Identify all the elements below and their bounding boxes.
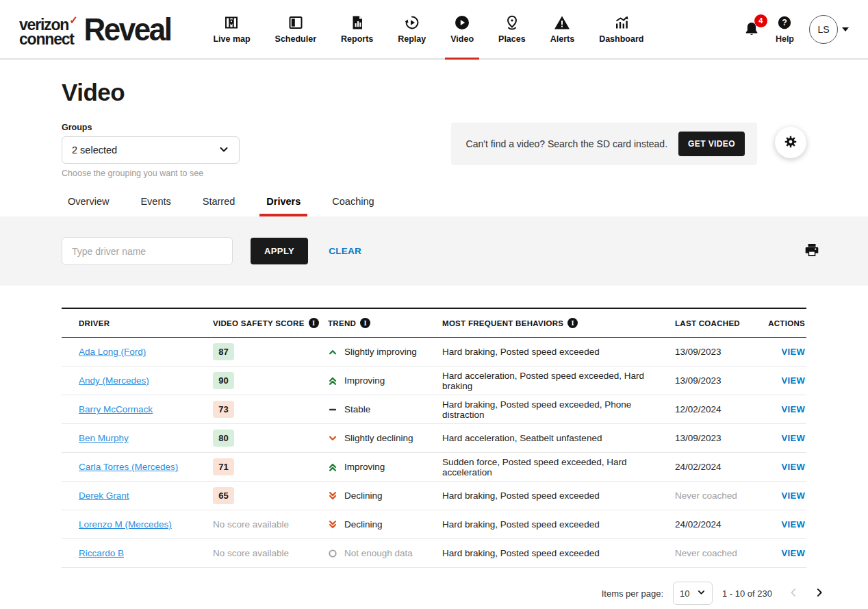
nav-item-label: Reports [341, 34, 373, 44]
driver-link[interactable]: Barry McCormack [79, 404, 153, 414]
previous-page-button[interactable] [787, 586, 800, 601]
nav-item-label: Replay [398, 34, 426, 44]
scheduler-icon [288, 14, 304, 31]
table-row: Riccardo BNo score availableNot enough d… [62, 539, 806, 568]
print-button[interactable] [801, 239, 823, 263]
nav-item-live-map[interactable]: Live map [201, 0, 262, 58]
view-link[interactable]: VIEW [782, 548, 805, 558]
column-header-last-coached: LAST COACHED [675, 319, 764, 327]
cell-video-safety-score: 71 [213, 458, 328, 475]
cell-actions: VIEW [764, 375, 806, 386]
nav-item-label: Alerts [550, 34, 574, 44]
trend-label: Improving [344, 375, 385, 386]
trend-label: Declining [344, 490, 383, 501]
items-per-page-select[interactable]: 10 [673, 582, 713, 605]
primary-nav: Live mapSchedulerReportsReplayVideoPlace… [201, 0, 656, 58]
nav-item-alerts[interactable]: Alerts [538, 0, 587, 58]
cell-behaviors: Hard braking, Posted speed exceeded [442, 548, 675, 558]
view-link[interactable]: VIEW [782, 519, 805, 530]
table-row: Ada Long (Ford)87Slightly improvingHard … [62, 338, 806, 366]
nav-item-scheduler[interactable]: Scheduler [263, 0, 329, 58]
nav-item-dashboard[interactable]: Dashboard [587, 0, 656, 58]
cell-actions: VIEW [764, 490, 806, 501]
view-link[interactable]: VIEW [782, 375, 805, 386]
items-per-page-label: Items per page: [602, 588, 663, 599]
cell-driver: Andy (Mercedes) [79, 375, 213, 386]
cell-driver: Carla Torres (Mercedes) [79, 462, 213, 472]
apply-button[interactable]: APPLY [251, 238, 308, 264]
info-icon[interactable]: i [360, 318, 370, 328]
column-header-label: DRIVER [79, 319, 110, 327]
get-video-button[interactable]: GET VIDEO [678, 132, 745, 156]
cell-behaviors: Sudden force, Posted speed exceeded, Har… [442, 457, 675, 477]
cell-driver: Ada Long (Ford) [79, 347, 213, 357]
cell-behaviors: Hard braking, Posted speed exceeded [442, 347, 675, 357]
driver-link[interactable]: Ben Murphy [79, 433, 129, 443]
view-link[interactable]: VIEW [782, 404, 805, 414]
clear-button[interactable]: CLEAR [329, 246, 361, 256]
groups-select[interactable]: 2 selected [62, 136, 240, 164]
driver-link[interactable]: Lorenzo M (Mercedes) [79, 519, 172, 530]
column-header-actions: ACTIONS [764, 319, 806, 327]
cell-video-safety-score: No score available [213, 548, 328, 558]
info-icon[interactable]: i [567, 318, 578, 328]
column-header-label: MOST FREQUENT BEHAVIORS [442, 319, 563, 327]
view-link[interactable]: VIEW [782, 347, 805, 357]
driver-link[interactable]: Derek Grant [79, 490, 129, 501]
nav-item-reports[interactable]: Reports [329, 0, 385, 58]
cell-trend: Improving [328, 375, 442, 386]
tab-overview[interactable]: Overview [59, 196, 118, 216]
cell-actions: VIEW [764, 433, 806, 443]
tab-starred[interactable]: Starred [194, 196, 244, 216]
trend-label: Declining [344, 519, 383, 530]
help-button[interactable]: ? Help [776, 15, 794, 44]
live-map-icon [223, 14, 240, 31]
nav-item-video[interactable]: Video [438, 0, 486, 58]
verizon-connect-reveal-logo[interactable]: verizon✓ connect Reveal [19, 12, 170, 47]
table-row: Lorenzo M (Mercedes)No score availableDe… [62, 510, 806, 539]
driver-name-input[interactable] [62, 237, 233, 265]
tab-events[interactable]: Events [131, 196, 179, 216]
column-header-label: VIDEO SAFETY SCORE [213, 319, 305, 327]
table-row: Barry McCormack73StableHard braking, Pos… [62, 395, 806, 424]
trend-down2-icon [328, 519, 337, 530]
cell-last-coached: 24/02/2024 [675, 519, 764, 530]
pagination-range: 1 - 10 of 230 [722, 588, 772, 599]
chevron-right-icon [815, 588, 824, 599]
cell-behaviors: Hard braking, Posted speed exceeded, Pho… [442, 399, 675, 420]
replay-icon [404, 14, 420, 31]
cell-video-safety-score: No score available [213, 519, 328, 530]
cell-last-coached: 13/09/2023 [675, 433, 764, 443]
info-icon[interactable]: i [309, 318, 319, 328]
trend-down1-icon [328, 434, 337, 443]
cell-driver: Riccardo B [79, 548, 213, 558]
notifications-button[interactable]: 4 [743, 21, 761, 41]
groups-select-value: 2 selected [72, 145, 117, 156]
tab-drivers[interactable]: Drivers [257, 196, 309, 216]
column-header-most-frequent-behaviors: MOST FREQUENT BEHAVIORSi [442, 318, 675, 328]
chevron-down-icon [218, 144, 229, 157]
driver-link[interactable]: Riccardo B [79, 548, 124, 558]
driver-link[interactable]: Ada Long (Ford) [79, 347, 146, 357]
driver-link[interactable]: Andy (Mercedes) [79, 375, 149, 386]
score-badge: 65 [213, 487, 234, 504]
tab-coaching[interactable]: Coaching [323, 196, 383, 216]
driver-link[interactable]: Carla Torres (Mercedes) [79, 462, 178, 472]
user-menu[interactable]: LS [809, 15, 849, 44]
column-header-label: TREND [328, 319, 356, 327]
trend-label: Not enough data [344, 548, 413, 558]
settings-button[interactable] [775, 127, 806, 158]
cell-trend: Not enough data [328, 548, 442, 558]
trend-up1-icon [328, 347, 337, 357]
next-page-button[interactable] [813, 586, 826, 601]
video-tabs: OverviewEventsStarredDriversCoaching [59, 196, 868, 216]
cell-trend: Stable [328, 404, 442, 414]
cell-last-coached: Never coached [675, 490, 764, 501]
view-link[interactable]: VIEW [782, 462, 805, 472]
reports-icon [349, 14, 366, 31]
nav-item-replay[interactable]: Replay [385, 0, 438, 58]
nav-item-places[interactable]: Places [486, 0, 538, 58]
view-link[interactable]: VIEW [782, 490, 805, 501]
score-badge: 73 [213, 401, 234, 418]
view-link[interactable]: VIEW [782, 433, 805, 443]
